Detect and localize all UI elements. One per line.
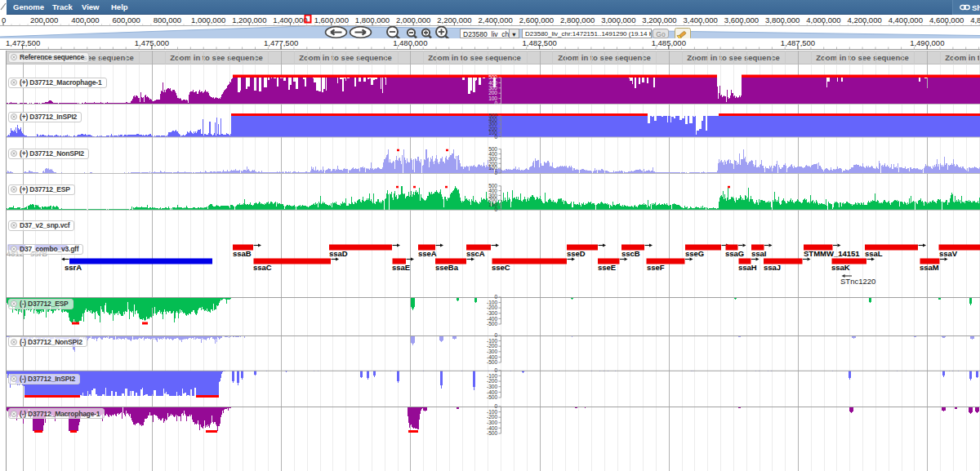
svg-text:-500: -500	[487, 430, 497, 436]
svg-text:0: 0	[494, 134, 497, 140]
svg-text:Zoom in to see sequence: Zoom in to see sequence	[945, 53, 980, 62]
svg-text:ssaJ: ssaJ	[764, 263, 781, 272]
svg-text:STnc1220: STnc1220	[840, 277, 875, 286]
svg-text:-500: -500	[487, 321, 497, 327]
svg-text:0: 0	[2, 16, 6, 24]
svg-text:0: 0	[494, 100, 497, 106]
svg-text:sseA: sseA	[418, 249, 437, 258]
svg-text:1,472,500: 1,472,500	[6, 38, 40, 47]
svg-text:sscB: sscB	[621, 249, 640, 258]
svg-text:sscA: sscA	[466, 249, 485, 258]
svg-text:sseBa: sseBa	[435, 263, 459, 272]
svg-text:sseC: sseC	[492, 263, 510, 272]
svg-text:-500: -500	[487, 394, 497, 400]
svg-text:4,800,000: 4,800,000	[970, 16, 980, 24]
svg-text:-500: -500	[487, 359, 497, 365]
svg-text:ssaE: ssaE	[392, 263, 410, 272]
svg-text:ssaC: ssaC	[253, 263, 272, 272]
svg-text:sseE: sseE	[598, 263, 616, 272]
svg-text:sseD: sseD	[567, 249, 586, 258]
svg-text:0: 0	[494, 170, 497, 176]
svg-text:ssaV: ssaV	[939, 249, 958, 258]
svg-text:ssrA: ssrA	[65, 263, 82, 272]
svg-text:0: 0	[494, 207, 497, 212]
svg-text:ssaI: ssaI	[751, 249, 767, 258]
svg-text:ssaH: ssaH	[738, 263, 757, 272]
svg-text:STMMW_14151: STMMW_14151	[804, 249, 860, 258]
svg-text:ssaG: ssaG	[725, 249, 744, 258]
svg-text:ssaK: ssaK	[831, 263, 850, 272]
svg-text:ssaD: ssaD	[329, 249, 348, 258]
svg-text:ssaM: ssaM	[920, 263, 939, 272]
svg-text:ssaB: ssaB	[233, 249, 252, 258]
svg-text:sseF: sseF	[647, 263, 665, 272]
svg-text:ssaL: ssaL	[865, 249, 883, 258]
svg-text:sseG: sseG	[685, 249, 704, 258]
